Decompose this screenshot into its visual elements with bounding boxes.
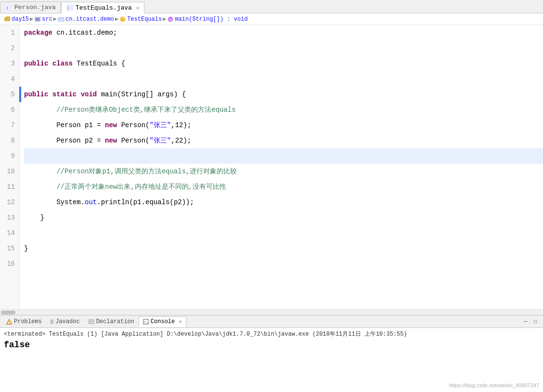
horizontal-scrollbar[interactable] — [0, 309, 543, 315]
code-line-9 — [24, 148, 543, 164]
ide-window: J Person.java J TestEquals.java ✕ day15 … — [0, 0, 543, 392]
bc-method[interactable]: main(String[]) : void — [175, 16, 247, 23]
bottom-panel: ! Problems @ Javadoc Declaration — [0, 315, 543, 392]
maximize-panel-btn[interactable]: ☐ — [531, 318, 539, 326]
tab-javadoc[interactable]: @ Javadoc — [46, 316, 84, 327]
close-icon[interactable]: ✕ — [179, 318, 182, 325]
problems-label: Problems — [14, 318, 42, 325]
code-line-15: } — [24, 241, 543, 256]
javadoc-icon: @ — [51, 319, 54, 325]
code-line-14 — [24, 225, 543, 241]
code-editor[interactable]: 1 2 3 4 5 6 7 8 9 10 11 12 13 14 15 16 — [0, 25, 543, 309]
console-title: <terminated> TestEquals (1) [Java Applic… — [4, 330, 539, 338]
folder-icon — [4, 16, 11, 22]
code-line-5: public static void main(String[] args) { — [24, 87, 543, 102]
tab-testequals-java[interactable]: J TestEquals.java ✕ — [61, 2, 145, 13]
breadcrumb: day15 ▶ src ▶ cn.itcast.demo ▶ C TestEqu… — [0, 13, 543, 25]
svg-text:J: J — [6, 6, 8, 11]
svg-text:C: C — [121, 18, 124, 22]
close-icon[interactable]: ✕ — [136, 5, 140, 11]
svg-rect-6 — [58, 17, 64, 22]
java-icon: J — [5, 4, 12, 11]
svg-rect-5 — [36, 18, 39, 21]
bc-class[interactable]: TestEquals — [127, 16, 162, 23]
console-icon: >_ — [143, 319, 149, 325]
svg-text:>_: >_ — [144, 320, 148, 324]
package-icon-2 — [58, 16, 65, 22]
code-line-10: //Person对象p1,调用父类的方法equals,进行对象的比较 — [24, 164, 543, 179]
console-label: Console — [151, 318, 175, 325]
javadoc-label: Javadoc — [55, 318, 79, 325]
tab-console[interactable]: >_ Console ✕ — [139, 316, 186, 327]
code-line-2 — [24, 40, 543, 56]
code-line-11: //正常两个对象new出来,内存地址是不同的,没有可比性 — [24, 179, 543, 195]
watermark: https://blog.csdn.net/weixin_40807247 — [449, 382, 539, 388]
line-numbers: 1 2 3 4 5 6 7 8 9 10 11 12 13 14 15 16 — [0, 25, 19, 309]
code-line-4 — [24, 71, 543, 87]
declaration-icon — [89, 319, 94, 325]
bc-day15[interactable]: day15 — [12, 16, 29, 23]
method-icon: m — [167, 16, 174, 22]
tab-person-java[interactable]: J Person.java — [0, 1, 61, 13]
java-icon: J — [66, 4, 73, 11]
minimize-panel-btn[interactable]: — — [522, 318, 530, 326]
code-line-16 — [24, 256, 543, 272]
svg-text:J: J — [67, 6, 69, 11]
code-line-3: public class TestEquals { — [24, 56, 543, 71]
tab-problems[interactable]: ! Problems — [2, 316, 46, 327]
code-line-6: //Person类继承Object类,继承下来了父类的方法equals — [24, 102, 543, 118]
svg-rect-14 — [89, 320, 94, 324]
code-line-8: Person p2 = new Person("张三",22); — [24, 133, 543, 148]
scrollbar-thumb[interactable] — [1, 311, 15, 314]
package-icon — [34, 16, 41, 22]
class-icon: C — [119, 16, 126, 22]
code-line-1: package cn.itcast.demo; — [24, 25, 543, 40]
code-line-13: } — [24, 210, 543, 225]
bc-src[interactable]: src — [42, 16, 52, 23]
warning-icon: ! — [6, 319, 12, 325]
panel-actions: — ☐ — [522, 318, 541, 326]
code-content: package cn.itcast.demo; public class Tes… — [19, 25, 543, 309]
editor-tab-bar: J Person.java J TestEquals.java ✕ — [0, 0, 543, 13]
svg-text:!: ! — [9, 321, 11, 325]
tab-declaration[interactable]: Declaration — [84, 316, 139, 327]
bc-package[interactable]: cn.itcast.demo — [65, 16, 114, 23]
code-line-7: Person p1 = new Person("张三",12); — [24, 118, 543, 133]
console-output: false — [4, 340, 539, 350]
tab-label: TestEquals.java — [76, 4, 132, 12]
code-line-12: System.out.println(p1.equals(p2)); — [24, 195, 543, 210]
declaration-label: Declaration — [96, 318, 134, 325]
bottom-tab-bar: ! Problems @ Javadoc Declaration — [0, 315, 543, 328]
tab-label: Person.java — [14, 4, 56, 11]
svg-text:m: m — [169, 18, 172, 22]
